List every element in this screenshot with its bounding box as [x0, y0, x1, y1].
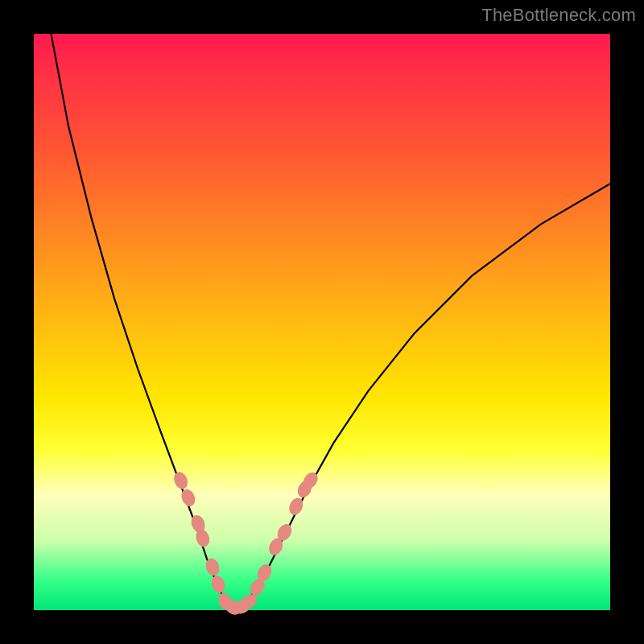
bottleneck-curve	[52, 34, 611, 610]
curve-marker	[209, 574, 227, 595]
curve-marker	[179, 487, 197, 509]
bottleneck-chart	[0, 0, 644, 644]
curve-layer	[52, 34, 611, 610]
marker-layer	[171, 469, 321, 617]
curve-marker	[171, 470, 190, 492]
curve-marker	[204, 556, 221, 577]
